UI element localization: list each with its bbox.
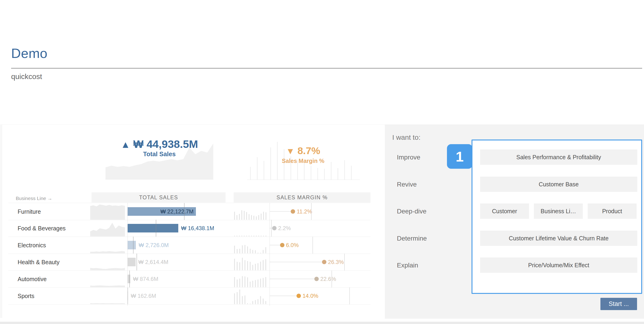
start-button[interactable]: Start ... bbox=[600, 298, 637, 310]
deep-dive-customer-button[interactable]: Customer bbox=[480, 204, 529, 219]
sales-trend-sparkline bbox=[90, 237, 125, 253]
margin-zero-axis bbox=[270, 203, 270, 306]
business-line-name[interactable]: Food & Beverages bbox=[18, 225, 66, 232]
sales-trend-sparkline bbox=[90, 220, 125, 236]
margin-dot[interactable] bbox=[322, 260, 326, 264]
total-sales-kpi-value: ▲ ₩ 44,938.5M bbox=[106, 138, 213, 150]
sales-zero-axis bbox=[128, 203, 128, 306]
sparkline-bar bbox=[351, 166, 352, 180]
business-line-name[interactable]: Automotive bbox=[18, 276, 46, 282]
total-sales-value: ₩ 874.6M bbox=[133, 276, 158, 282]
sparkline-bar bbox=[338, 168, 338, 180]
sales-margin-kpi-value: ▼ 8.7% bbox=[249, 145, 357, 156]
sales-trend-sparkline bbox=[90, 288, 125, 304]
margin-reference-line bbox=[349, 288, 350, 304]
total-sales-value: ₩ 162.6M bbox=[131, 293, 156, 299]
title-divider bbox=[11, 68, 642, 68]
panel-row-label-explain: Explain bbox=[397, 258, 418, 273]
step-1-badge: 1 bbox=[447, 144, 472, 169]
margin-dot[interactable] bbox=[272, 226, 276, 230]
margin-trend-sparkline bbox=[234, 220, 268, 236]
revive-option-button[interactable]: Customer Base bbox=[480, 176, 637, 192]
margin-reference-line bbox=[332, 270, 332, 288]
sales-reference-line bbox=[133, 237, 134, 254]
margin-value: 6.0% bbox=[286, 242, 299, 248]
business-line-name[interactable]: Furniture bbox=[18, 208, 41, 215]
page-title: Demo bbox=[11, 46, 48, 61]
total-sales-bar[interactable] bbox=[128, 241, 136, 249]
margin-dot[interactable] bbox=[280, 243, 284, 247]
total-sales-bar[interactable] bbox=[128, 224, 178, 232]
margin-dot[interactable] bbox=[291, 209, 295, 214]
margin-reference-line bbox=[311, 203, 312, 220]
margin-connector-line bbox=[270, 262, 324, 262]
total-sales-bar[interactable] bbox=[128, 258, 136, 266]
sales-trend-sparkline bbox=[90, 254, 125, 270]
total-sales-kpi-label: Total Sales bbox=[106, 151, 213, 158]
margin-value: 2.2% bbox=[278, 225, 291, 232]
bottom-strip bbox=[0, 322, 644, 324]
table-row-electronics[interactable]: Electronics ₩ 2,726.0M 6.0% bbox=[8, 237, 370, 254]
panel-row-label-improve: Improve bbox=[397, 150, 420, 165]
margin-value: 11.2% bbox=[297, 208, 312, 215]
sales-margin-kpi-label: Sales Margin % bbox=[249, 158, 357, 164]
margin-dot[interactable] bbox=[296, 294, 301, 298]
dashboard-page: Demo quickcost ▲ ₩ 44,938.5M Total Sales… bbox=[0, 0, 644, 324]
row-dimension-label: Business Line → bbox=[16, 196, 52, 201]
total-sales-value: ₩ 16,438.1M bbox=[181, 225, 214, 232]
panel-prompt: I want to: bbox=[392, 134, 420, 141]
margin-reference-line bbox=[271, 220, 272, 237]
sales-reference-line bbox=[129, 270, 130, 288]
business-line-name[interactable]: Sports bbox=[18, 292, 34, 299]
down-triangle-icon: ▼ bbox=[286, 146, 295, 156]
margin-dot[interactable] bbox=[314, 277, 319, 281]
table-row-health-beauty[interactable]: Health & Beauty ₩ 2,614.4M 26.3% bbox=[8, 254, 370, 271]
sales-margin-sparkline-baseline bbox=[247, 180, 360, 180]
table-row-furniture[interactable]: Furniture ₩ 22,122.7M 11.2% bbox=[8, 203, 370, 220]
margin-connector-line bbox=[270, 296, 298, 296]
table-row-food-beverages[interactable]: Food & Beverages ₩ 16,438.1M 2.2% bbox=[8, 220, 370, 237]
table-row-automotive[interactable]: Automotive ₩ 874.6M 22.6% bbox=[8, 270, 370, 288]
sales-trend-sparkline bbox=[90, 203, 125, 220]
panel-row-label-determine: Determine bbox=[397, 230, 427, 246]
panel-row-label-deep-dive: Deep-dive bbox=[397, 204, 426, 219]
margin-reference-line bbox=[312, 237, 313, 254]
margin-reference-line bbox=[344, 254, 345, 270]
sales-trend-sparkline bbox=[90, 271, 125, 287]
sales-reference-line bbox=[184, 203, 184, 220]
table-row-sports[interactable]: Sports ₩ 162.6M 14.0% bbox=[8, 288, 370, 304]
sales-reference-line bbox=[136, 254, 137, 270]
margin-connector-line bbox=[270, 211, 293, 212]
explain-option-button[interactable]: Price/Volume/Mix Effect bbox=[480, 258, 637, 273]
margin-value: 22.6% bbox=[320, 276, 336, 282]
deep-dive-business-line-button[interactable]: Business Li… bbox=[534, 204, 583, 219]
improve-option-button[interactable]: Sales Performance & Profitability bbox=[480, 150, 637, 165]
total-sales-value: ₩ 2,726.0M bbox=[139, 242, 168, 248]
up-triangle-icon: ▲ bbox=[121, 139, 130, 150]
business-line-name[interactable]: Health & Beauty bbox=[18, 259, 60, 265]
sales-margin-kpi-number: 8.7% bbox=[298, 145, 320, 156]
sparkline-bar bbox=[304, 163, 304, 180]
sparkline-bar bbox=[324, 169, 325, 180]
panel-row-label-revive: Revive bbox=[397, 176, 417, 192]
total-sales-column-header: TOTAL SALES bbox=[92, 192, 226, 202]
sales-margin-column-header: SALES MARGIN % bbox=[234, 192, 370, 202]
margin-connector-line bbox=[270, 278, 316, 279]
business-line-name[interactable]: Electronics bbox=[18, 242, 46, 248]
total-sales-value: ₩ 22,122.7M bbox=[160, 208, 194, 215]
deep-dive-product-button[interactable]: Product bbox=[588, 204, 636, 219]
margin-trend-sparkline bbox=[234, 237, 268, 253]
margin-trend-sparkline bbox=[234, 203, 268, 220]
sparkline-bar bbox=[311, 166, 311, 180]
determine-option-button[interactable]: Customer Lifetime Value & Churn Rate bbox=[480, 230, 637, 246]
left-rail bbox=[0, 124, 2, 318]
sparkline-bar bbox=[317, 168, 318, 180]
margin-trend-sparkline bbox=[234, 254, 268, 270]
margin-value: 26.3% bbox=[328, 259, 344, 265]
sales-reference-line bbox=[156, 220, 156, 237]
margin-value: 14.0% bbox=[302, 293, 318, 299]
margin-trend-sparkline bbox=[234, 271, 268, 287]
total-sales-value: ₩ 2,614.4M bbox=[138, 259, 168, 265]
sparkline-bar bbox=[331, 162, 332, 180]
page-subtitle: quickcost bbox=[11, 72, 42, 81]
